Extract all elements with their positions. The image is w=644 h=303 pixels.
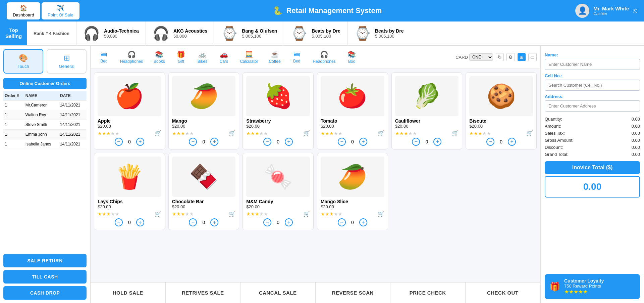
product-image: 🍬 — [246, 157, 310, 197]
add-to-cart-button[interactable]: 🛒 — [378, 130, 384, 136]
category-calculator-6[interactable]: 🧮Calculator — [235, 48, 263, 66]
sale-return-button[interactable]: SALE RETURN — [3, 254, 87, 267]
table-row[interactable]: 1Emma John14/11/2021 — [3, 130, 87, 139]
summary-row-2: Sales Tax:0.00 — [545, 130, 640, 137]
general-label: General — [59, 64, 74, 69]
action-reverse-scan-button[interactable]: REVERSE SCAN — [316, 283, 391, 303]
quantity-row: − 0 + — [172, 138, 236, 146]
category-bed-0[interactable]: 🛏Bed — [94, 48, 114, 66]
qty-decrease-button[interactable]: − — [486, 138, 494, 146]
grid-view-button[interactable]: ⊞ — [518, 53, 526, 61]
add-to-cart-button[interactable]: 🛒 — [229, 130, 235, 136]
category-boo-10[interactable]: 📚Boo — [342, 48, 362, 66]
customer-cell-input[interactable] — [545, 80, 640, 91]
category-headphones-9[interactable]: 🎧Headphones — [308, 48, 340, 66]
category-books-2[interactable]: 📚Books — [149, 48, 169, 66]
qty-decrease-button[interactable]: − — [263, 138, 271, 146]
general-view-button[interactable]: ⊞ General — [47, 49, 87, 74]
category-headphones-1[interactable]: 🎧Headphones — [115, 48, 148, 66]
action-price-check-button[interactable]: PRICE CHECK — [390, 283, 466, 303]
top-product-1[interactable]: 🎧 AKG Acoustics 50,000 — [146, 21, 214, 45]
qty-decrease-button[interactable]: − — [115, 138, 123, 146]
product-row: ★★★★★ 🛒 — [395, 130, 459, 136]
top-product-4[interactable]: ⌚ Beats by Dre 5,005,100 — [347, 21, 411, 45]
add-to-cart-button[interactable]: 🛒 — [155, 211, 161, 217]
top-selling-label: Top Selling — [0, 21, 27, 45]
top-product-0[interactable]: 🎧 Audio-Technica 50,000 — [76, 21, 146, 45]
qty-decrease-button[interactable]: − — [263, 218, 271, 226]
qty-increase-button[interactable]: + — [136, 218, 144, 226]
summary-row-1: Amount:0.00 — [545, 123, 640, 130]
till-cash-button[interactable]: TILL CASH — [3, 270, 87, 284]
list-view-button[interactable]: ▭ — [528, 53, 537, 61]
card-select[interactable]: ONE TWO THREE — [469, 53, 493, 61]
qty-increase-button[interactable]: + — [433, 138, 441, 146]
cat-icon: 📚 — [155, 50, 163, 58]
qty-decrease-button[interactable]: − — [338, 138, 346, 146]
add-to-cart-button[interactable]: 🛒 — [303, 130, 310, 136]
filter-view-button[interactable]: ⚙ — [506, 53, 515, 61]
product-price: $20.00 — [98, 204, 111, 209]
qty-decrease-button[interactable]: − — [412, 138, 420, 146]
rank-label: Rank # 4 Fashion — [27, 31, 76, 36]
summary-row-4: Discount:0.00 — [545, 144, 640, 151]
loyalty-stars: ★★★★★ — [564, 289, 604, 295]
summary-row-3: Gross Amount:0.00 — [545, 137, 640, 144]
pos-label: Point Of Sale — [48, 12, 73, 17]
table-row[interactable]: 1Isabella Janes14/11/2021 — [3, 139, 87, 149]
action-hold-sale-button[interactable]: HOLD SALE — [91, 283, 166, 303]
product-card: 🍎 Apple $20.00 ★★★★★ 🛒 − 0 + — [94, 72, 165, 149]
product-stars: ★★★★★ — [172, 131, 194, 136]
add-to-cart-button[interactable]: 🛒 — [303, 211, 310, 217]
product-row: ★★★★★ 🛒 — [246, 130, 310, 136]
qty-increase-button[interactable]: + — [285, 218, 293, 226]
qty-increase-button[interactable]: + — [359, 138, 367, 146]
category-bed-8[interactable]: 🛏Bed — [287, 48, 307, 66]
table-row[interactable]: 1Mr.Cameron14/11/2021 — [3, 100, 87, 110]
category-cars-5[interactable]: 🚗Cars — [214, 48, 234, 66]
category-coffee-7[interactable]: ☕Coffee — [264, 48, 285, 66]
cat-icon: 🛏 — [293, 50, 300, 58]
qty-increase-button[interactable]: + — [136, 138, 144, 146]
qty-increase-button[interactable]: + — [285, 138, 293, 146]
add-to-cart-button[interactable]: 🛒 — [155, 130, 161, 136]
top-product-3[interactable]: ⌚ Beats by Dre 5,005,100 — [284, 21, 347, 45]
add-to-cart-button[interactable]: 🛒 — [526, 130, 533, 136]
customer-name-input[interactable] — [545, 59, 640, 70]
qty-decrease-button[interactable]: − — [189, 218, 197, 226]
view-toggle: 🎨 Touch ⊞ General — [3, 49, 87, 74]
product-card: 🥭 Mango Slice $20.00 ★★★★★ 🛒 − 0 + — [317, 153, 388, 230]
user-section: 👤 Mr. Mark White Cashier ⎋ — [575, 4, 637, 18]
qty-decrease-button[interactable]: − — [338, 218, 346, 226]
product-image: 🥭 — [321, 157, 384, 197]
dashboard-button[interactable]: 🏠 Dashboard — [7, 2, 40, 19]
top-product-2[interactable]: ⌚ Bang & Olufsen 5,005,100 — [214, 21, 284, 45]
qty-increase-button[interactable]: + — [508, 138, 516, 146]
table-row[interactable]: 1Steve Smith14/11/2021 — [3, 120, 87, 130]
action-check-out-button[interactable]: CHECK OUT — [466, 283, 540, 303]
action-cancal-sale-button[interactable]: CANCAL SALE — [240, 283, 316, 303]
qty-decrease-button[interactable]: − — [189, 138, 197, 146]
logout-button[interactable]: ⎋ — [633, 6, 637, 15]
pos-button[interactable]: ✈️ Point Of Sale — [42, 2, 79, 19]
qty-increase-button[interactable]: + — [359, 218, 367, 226]
customer-address-input[interactable] — [545, 100, 640, 112]
category-gift-3[interactable]: 🎁Gift — [171, 48, 191, 66]
bottom-actions: HOLD SALERETRIVES SALECANCAL SALEREVERSE… — [91, 282, 540, 303]
quantity-value: 0 — [200, 139, 207, 144]
cash-drop-button[interactable]: CASH DROP — [3, 286, 87, 300]
table-row[interactable]: 1Walton Roy14/11/2021 — [3, 110, 87, 120]
qty-increase-button[interactable]: + — [210, 138, 218, 146]
product-card: 🍪 Biscute $20.00 ★★★★★ 🛒 − 0 + — [466, 72, 537, 149]
qty-increase-button[interactable]: + — [210, 218, 218, 226]
touch-view-button[interactable]: 🎨 Touch — [3, 49, 43, 74]
add-to-cart-button[interactable]: 🛒 — [378, 211, 384, 217]
add-to-cart-button[interactable]: 🛒 — [452, 130, 459, 136]
category-bikes-4[interactable]: 🚲Bikes — [192, 48, 212, 66]
product-row: ★★★★★ 🛒 — [246, 211, 310, 217]
product-area: 🛏Bed🎧Headphones📚Books🎁Gift🚲Bikes🚗Cars🧮Ca… — [91, 46, 540, 303]
refresh-view-button[interactable]: ↻ — [496, 53, 504, 61]
action-retrives-sale-button[interactable]: RETRIVES SALE — [166, 283, 241, 303]
add-to-cart-button[interactable]: 🛒 — [229, 211, 235, 217]
qty-decrease-button[interactable]: − — [115, 218, 123, 226]
